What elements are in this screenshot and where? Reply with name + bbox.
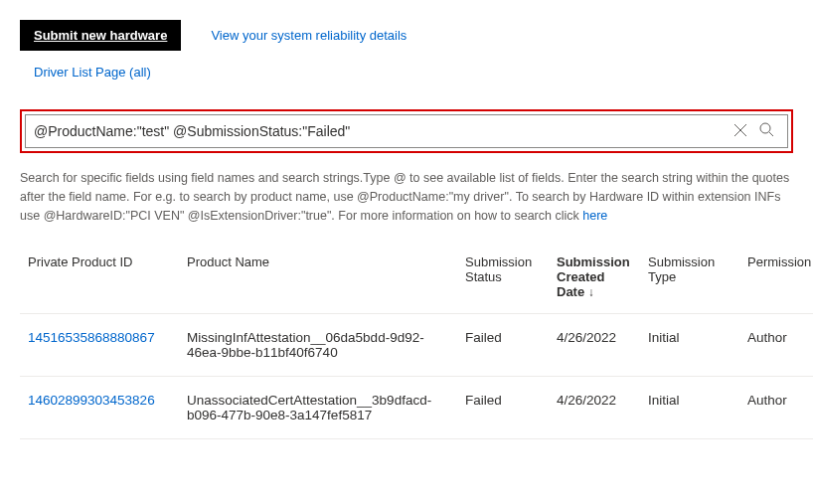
svg-point-2 — [760, 123, 770, 133]
view-reliability-link[interactable]: View your system reliability details — [211, 28, 406, 43]
search-input[interactable] — [34, 123, 728, 139]
cell-product-name: MissingInfAttestation__06da5bdd-9d92-46e… — [179, 314, 457, 377]
top-links-bar: Submit new hardware View your system rel… — [20, 20, 813, 51]
cell-product-name: UnassociatedCertAttestation__3b9dfacd-b0… — [179, 377, 457, 439]
col-header-status[interactable]: Submission Status — [457, 245, 549, 314]
col-header-date[interactable]: Submission Created Date ↓ — [549, 245, 640, 314]
help-text-content: Search for specific fields using field n… — [20, 171, 789, 223]
search-button[interactable] — [753, 118, 779, 144]
search-icon — [759, 122, 774, 140]
table-header-row: Private Product ID Product Name Submissi… — [20, 245, 813, 314]
clear-search-button[interactable] — [728, 118, 753, 144]
col-header-permission[interactable]: Permission — [739, 245, 813, 314]
col-header-name[interactable]: Product Name — [179, 245, 457, 314]
sort-down-icon: ↓ — [588, 285, 594, 299]
svg-line-3 — [769, 132, 773, 136]
submissions-table: Private Product ID Product Name Submissi… — [20, 245, 813, 439]
cell-date: 4/26/2022 — [549, 377, 640, 439]
submit-new-hardware-button[interactable]: Submit new hardware — [20, 20, 181, 51]
cell-permission: Author — [739, 377, 813, 439]
col-header-type[interactable]: Submission Type — [640, 245, 739, 314]
driver-list-page-link[interactable]: Driver List Page (all) — [34, 65, 813, 80]
search-highlight-border — [20, 109, 793, 153]
cell-type: Initial — [640, 377, 739, 439]
table-row: 14602899303453826 UnassociatedCertAttest… — [20, 377, 813, 439]
product-id-link[interactable]: 14602899303453826 — [20, 377, 179, 439]
cell-status: Failed — [457, 377, 549, 439]
search-box — [25, 114, 788, 148]
cell-status: Failed — [457, 314, 549, 377]
col-header-id[interactable]: Private Product ID — [20, 245, 179, 314]
cell-type: Initial — [640, 314, 739, 377]
cell-date: 4/26/2022 — [549, 314, 640, 377]
search-help-text: Search for specific fields using field n… — [20, 169, 793, 225]
table-row: 14516535868880867 MissingInfAttestation_… — [20, 314, 813, 377]
cell-permission: Author — [739, 314, 813, 377]
x-icon — [733, 123, 747, 140]
product-id-link[interactable]: 14516535868880867 — [20, 314, 179, 377]
help-here-link[interactable]: here — [582, 209, 607, 223]
